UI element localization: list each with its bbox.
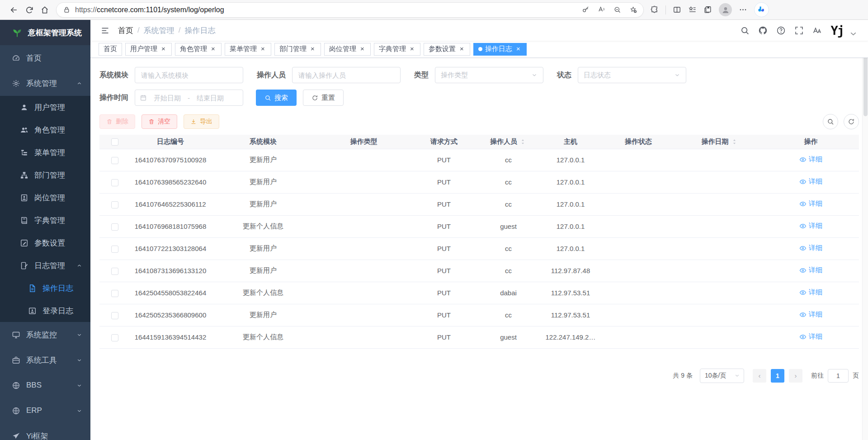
current-page-button[interactable]: 1 xyxy=(771,369,784,383)
page-size-select[interactable]: 10条/页 xyxy=(700,369,744,383)
sort-caret-icon[interactable] xyxy=(731,138,738,146)
detail-link[interactable]: 详细 xyxy=(799,177,822,186)
column-header-操作日期[interactable]: 操作日期 xyxy=(677,135,763,149)
status-select[interactable]: 日志状态 xyxy=(578,67,686,83)
sidebar-item-操作日志[interactable]: 操作日志 xyxy=(0,277,90,299)
sort-caret-icon[interactable] xyxy=(519,138,527,146)
sidebar-item-参数设置[interactable]: 参数设置 xyxy=(0,232,90,254)
sidebar-item-日志管理[interactable]: 日志管理 xyxy=(0,254,90,277)
detail-link[interactable]: 详细 xyxy=(799,288,822,297)
toggle-search-button[interactable] xyxy=(823,114,838,129)
sidebar-item-ERP[interactable]: ERP xyxy=(0,398,90,423)
close-icon[interactable]: × xyxy=(309,46,316,52)
password-key-icon[interactable] xyxy=(582,6,590,14)
select-all-checkbox[interactable] xyxy=(111,138,118,146)
browser-home-button[interactable] xyxy=(37,2,52,18)
goto-page-input[interactable] xyxy=(828,369,849,383)
sidebar-item-登录日志[interactable]: 登录日志 xyxy=(0,299,90,322)
sidebar-item-字典管理[interactable]: 字典管理 xyxy=(0,209,90,232)
tab-部门管理[interactable]: 部门管理× xyxy=(274,43,321,56)
font-size-icon[interactable] xyxy=(812,26,822,35)
sidebar-item-系统监控[interactable]: 系统监控 xyxy=(0,322,90,347)
row-checkbox[interactable] xyxy=(111,246,118,253)
browser-reload-button[interactable] xyxy=(22,2,37,18)
fullscreen-icon[interactable] xyxy=(794,26,804,35)
tab-操作日志[interactable]: 操作日志× xyxy=(473,43,527,56)
sidebar-item-首页[interactable]: 首页 xyxy=(0,45,90,71)
read-aloud-icon[interactable] xyxy=(598,6,605,14)
sidebar-item-角色管理[interactable]: 角色管理 xyxy=(0,118,90,141)
github-icon[interactable] xyxy=(758,26,768,35)
copilot-icon[interactable] xyxy=(754,2,769,17)
next-page-button[interactable]: › xyxy=(789,369,802,383)
export-button[interactable]: 导出 xyxy=(184,114,219,129)
operator-input[interactable] xyxy=(292,67,401,83)
yiframe-logo-icon[interactable]: Yj xyxy=(830,24,844,37)
column-header-操作人员[interactable]: 操作人员 xyxy=(476,135,541,149)
browser-back-button[interactable] xyxy=(6,2,22,18)
row-checkbox[interactable] xyxy=(111,223,118,231)
collections-icon[interactable] xyxy=(703,5,712,14)
start-date-input[interactable] xyxy=(150,94,185,102)
header-search-icon[interactable] xyxy=(740,26,750,35)
prev-page-button[interactable]: ‹ xyxy=(753,369,766,383)
detail-link[interactable]: 详细 xyxy=(799,266,822,274)
sidebar-item-BBS[interactable]: BBS xyxy=(0,373,90,398)
close-icon[interactable]: × xyxy=(409,46,415,52)
refresh-table-button[interactable] xyxy=(844,114,859,129)
row-checkbox[interactable] xyxy=(111,179,118,186)
type-select[interactable]: 操作类型 xyxy=(435,67,543,83)
sidebar-item-岗位管理[interactable]: 岗位管理 xyxy=(0,186,90,209)
app-logo[interactable]: 意框架管理系统 xyxy=(0,20,90,45)
clear-button[interactable]: 清空 xyxy=(142,114,177,129)
row-checkbox[interactable] xyxy=(111,201,118,208)
breadcrumb-item-首页[interactable]: 首页 xyxy=(118,25,133,36)
close-icon[interactable]: × xyxy=(515,46,522,52)
tab-字典管理[interactable]: 字典管理× xyxy=(374,43,420,56)
tab-岗位管理[interactable]: 岗位管理× xyxy=(324,43,371,56)
favorites-bar-icon[interactable] xyxy=(688,5,697,14)
close-icon[interactable]: × xyxy=(160,46,167,52)
close-icon[interactable]: × xyxy=(210,46,217,52)
close-icon[interactable]: × xyxy=(259,46,266,52)
tab-用户管理[interactable]: 用户管理× xyxy=(125,43,172,56)
date-range-picker[interactable]: - xyxy=(135,90,243,106)
sidebar-item-Yi框架[interactable]: Yi框架 xyxy=(0,423,90,440)
row-checkbox[interactable] xyxy=(111,290,118,297)
sidebar-item-系统管理[interactable]: 系统管理 xyxy=(0,71,90,96)
extensions-icon[interactable] xyxy=(650,5,659,14)
tab-角色管理[interactable]: 角色管理× xyxy=(175,43,222,56)
row-checkbox[interactable] xyxy=(111,157,118,164)
search-button[interactable]: 搜索 xyxy=(256,90,297,106)
tab-首页[interactable]: 首页 xyxy=(99,43,122,56)
sidebar-item-用户管理[interactable]: 用户管理 xyxy=(0,96,90,118)
close-icon[interactable]: × xyxy=(458,46,465,52)
detail-link[interactable]: 详细 xyxy=(799,222,822,230)
browser-menu-dots-icon[interactable] xyxy=(739,5,747,14)
detail-link[interactable]: 详细 xyxy=(799,199,822,208)
module-input[interactable] xyxy=(135,67,243,83)
sidebar-item-菜单管理[interactable]: 菜单管理 xyxy=(0,141,90,164)
address-bar[interactable]: https://ccnetcore.com:1101/system/log/op… xyxy=(56,2,644,18)
tab-参数设置[interactable]: 参数设置× xyxy=(424,43,470,56)
tab-菜单管理[interactable]: 菜单管理× xyxy=(225,43,271,56)
sidebar-item-部门管理[interactable]: 部门管理 xyxy=(0,164,90,186)
row-checkbox[interactable] xyxy=(111,334,118,341)
detail-link[interactable]: 详细 xyxy=(799,332,822,341)
zoom-out-icon[interactable] xyxy=(613,6,621,14)
detail-link[interactable]: 详细 xyxy=(799,310,822,319)
detail-link[interactable]: 详细 xyxy=(799,155,822,164)
favorite-star-icon[interactable] xyxy=(629,6,637,14)
row-checkbox[interactable] xyxy=(111,268,118,275)
reset-button[interactable]: 重置 xyxy=(303,90,344,106)
detail-link[interactable]: 详细 xyxy=(799,244,822,252)
end-date-input[interactable] xyxy=(193,94,228,102)
sidebar-item-系统工具[interactable]: 系统工具 xyxy=(0,347,90,373)
split-screen-icon[interactable] xyxy=(673,5,681,14)
row-checkbox[interactable] xyxy=(111,312,118,319)
help-icon[interactable] xyxy=(776,26,786,35)
delete-button[interactable]: 删除 xyxy=(99,114,135,129)
page-scrollbar[interactable] xyxy=(862,20,868,440)
browser-profile-avatar[interactable] xyxy=(719,3,732,16)
close-icon[interactable]: × xyxy=(359,46,366,52)
